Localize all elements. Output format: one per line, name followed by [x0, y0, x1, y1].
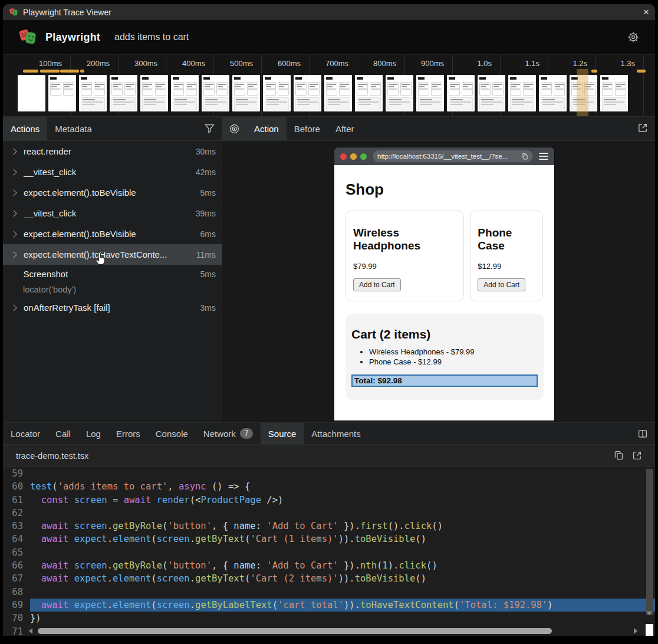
browser-menu-icon[interactable]	[539, 153, 548, 160]
code-line: 65	[3, 546, 655, 559]
timeline-tick-label: 1.0s	[450, 59, 492, 68]
scroll-right-arrow-icon[interactable]	[634, 628, 637, 634]
frame-mini-line	[266, 84, 275, 85]
filmstrip-frame[interactable]	[18, 75, 45, 111]
filter-icon[interactable]	[198, 117, 222, 140]
frame-mini-card	[462, 82, 473, 96]
tab-locator[interactable]: Locator	[3, 423, 48, 444]
frame-mini-line	[156, 84, 165, 85]
tab-network[interactable]: Network7	[196, 423, 261, 444]
add-to-cart-button[interactable]: Add to Cart	[478, 278, 525, 291]
action-row[interactable]: __vitest_click39ms	[3, 203, 222, 224]
frame-mini-line	[113, 86, 118, 87]
action-row[interactable]: react.render30ms	[3, 141, 222, 162]
frame-mini-line	[389, 104, 402, 105]
copy-url-icon[interactable]	[521, 153, 528, 160]
code-text	[30, 467, 655, 480]
filmstrip[interactable]	[18, 75, 628, 111]
line-number: 68	[3, 586, 30, 599]
action-row[interactable]: onAfterRetryTask [fail]3ms	[3, 297, 222, 318]
chevron-right-icon[interactable]	[10, 189, 17, 196]
action-row[interactable]: expect.element().toHaveTextConte...11ms	[3, 244, 222, 265]
open-source-external-icon[interactable]	[632, 451, 642, 461]
frame-mini-line	[481, 86, 486, 87]
filmstrip-frame[interactable]	[416, 75, 444, 111]
code-token: .	[190, 600, 195, 610]
tab-attachments[interactable]: Attachments	[304, 423, 368, 444]
chevron-right-icon[interactable]	[10, 148, 17, 155]
scroll-left-arrow-icon[interactable]	[29, 628, 32, 634]
tab-console[interactable]: Console	[148, 423, 196, 444]
vertical-scrollbar[interactable]	[646, 469, 653, 628]
tab-metadata[interactable]: Metadata	[47, 117, 100, 140]
frame-mini-cart	[510, 97, 534, 110]
code-text: test('adds items to cart', async () => {	[30, 480, 655, 493]
code-token	[151, 495, 156, 505]
frame-mini-line	[83, 104, 95, 105]
filmstrip-frame[interactable]	[110, 75, 137, 111]
tab-actions[interactable]: Actions	[3, 117, 47, 140]
filmstrip-frame[interactable]	[600, 75, 628, 111]
frame-mini-cards	[295, 82, 320, 96]
frame-mini-line	[358, 104, 371, 105]
filmstrip-frame[interactable]	[48, 75, 76, 111]
filmstrip-frame[interactable]	[79, 75, 107, 111]
filmstrip-frame[interactable]	[386, 75, 413, 111]
code-token: (	[52, 481, 57, 492]
filmstrip-frame[interactable]	[171, 75, 199, 111]
action-row[interactable]: expect.element().toBeVisible5ms	[3, 182, 222, 203]
chevron-right-icon[interactable]	[10, 251, 17, 258]
frame-mini-line	[463, 88, 472, 90]
chevron-right-icon[interactable]	[10, 304, 17, 311]
filmstrip-frame[interactable]	[263, 75, 291, 111]
timeline-tick-label: 300ms	[116, 59, 157, 68]
chevron-right-icon[interactable]	[10, 169, 17, 175]
pick-locator-target-icon[interactable]	[222, 117, 246, 140]
horizontal-scrollbar[interactable]	[29, 627, 637, 635]
tab-call[interactable]: Call	[48, 423, 78, 444]
frame-mini-line	[248, 88, 257, 90]
timeline[interactable]: 100ms200ms300ms400ms500ms600ms700ms800ms…	[3, 54, 655, 116]
filmstrip-frame[interactable]	[355, 75, 383, 111]
frame-mini-line	[555, 84, 564, 85]
frame-mini-cart	[234, 97, 258, 110]
action-row[interactable]: Screenshot5ms	[3, 265, 222, 283]
line-number: 67	[3, 572, 30, 585]
action-row[interactable]: expect.element().toBeVisible6ms	[3, 224, 222, 244]
close-icon[interactable]: ×	[643, 7, 649, 17]
filmstrip-frame[interactable]	[447, 75, 475, 111]
split-view-icon[interactable]	[630, 423, 655, 444]
line-number: 64	[3, 533, 30, 546]
tab-action[interactable]: Action	[246, 117, 287, 140]
code-line: 67 await expect.element(screen.getByText…	[3, 572, 655, 585]
tab-label: After	[335, 124, 354, 134]
frame-mini-line	[358, 86, 363, 87]
filmstrip-frame[interactable]	[202, 75, 229, 111]
tab-log[interactable]: Log	[78, 423, 108, 444]
code-token: expect	[74, 534, 107, 544]
filmstrip-frame[interactable]	[508, 75, 536, 111]
tab-before[interactable]: Before	[287, 117, 328, 140]
action-row[interactable]: __vitest_click42ms	[3, 162, 222, 182]
copy-source-icon[interactable]	[614, 451, 624, 461]
filmstrip-frame[interactable]	[478, 75, 505, 111]
tab-source[interactable]: Source	[261, 423, 304, 444]
chevron-right-icon[interactable]	[10, 210, 17, 216]
tab-after[interactable]: After	[328, 117, 362, 140]
tab-errors[interactable]: Errors	[108, 423, 148, 444]
action-locator: locator('body')	[3, 283, 222, 297]
filmstrip-frame[interactable]	[294, 75, 321, 111]
filmstrip-frame[interactable]	[539, 75, 567, 111]
settings-gear-icon[interactable]	[627, 31, 640, 44]
frame-mini-cart	[265, 97, 289, 110]
actions-panel: ActionsMetadata react.render30ms__vitest…	[3, 117, 222, 422]
filmstrip-frame[interactable]	[324, 75, 352, 111]
chevron-right-icon[interactable]	[10, 231, 17, 237]
frame-mini-line	[327, 86, 333, 87]
add-to-cart-button[interactable]: Add to Cart	[353, 278, 401, 291]
code-token: 'Add to Cart'	[267, 521, 338, 531]
open-snapshot-external-icon[interactable]	[637, 123, 648, 133]
filmstrip-frame[interactable]	[140, 75, 168, 111]
filmstrip-frame[interactable]	[232, 75, 260, 111]
frame-mini-line	[82, 88, 91, 90]
